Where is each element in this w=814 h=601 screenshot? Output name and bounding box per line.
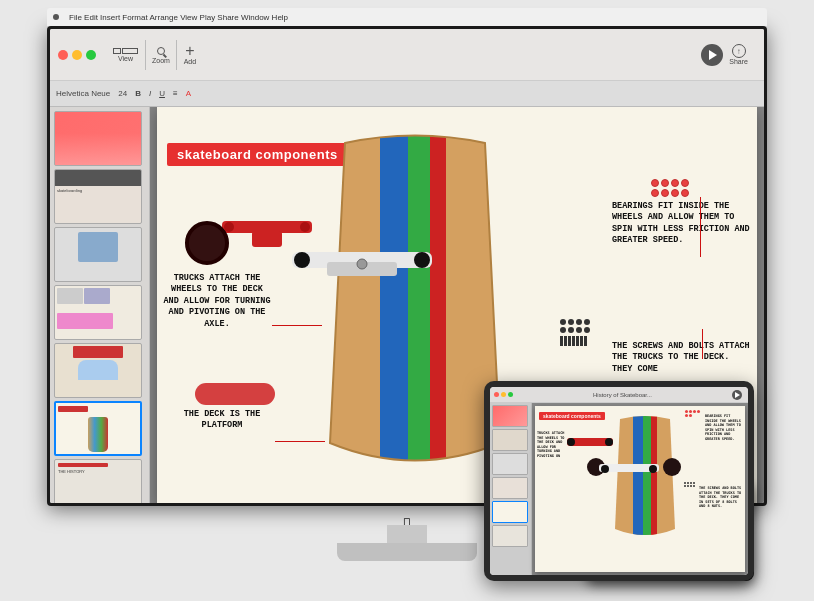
add-button[interactable]: + Add (179, 42, 201, 67)
ipad-bdot-2 (689, 410, 692, 413)
bearings-annotation: BEARINGS FIT INSIDE THE WHEELS AND ALLOW… (612, 201, 752, 247)
ipad-bdot-4 (697, 410, 700, 413)
bolt-2 (564, 336, 567, 346)
format-italic[interactable]: I (149, 89, 151, 98)
bearing-dot-1 (651, 179, 659, 187)
ipad-maximize[interactable] (508, 392, 513, 397)
ipad-thumb-1[interactable] (492, 405, 528, 427)
ipad-bdot-3 (693, 410, 696, 413)
slide-thumb-1[interactable] (54, 111, 142, 166)
ipad-slide-title: skateboard components (539, 412, 605, 420)
format-font[interactable]: Helvetica Neue (56, 89, 110, 98)
ipad-thumb-5[interactable] (492, 501, 528, 523)
slide-panel: skateboarding (50, 107, 150, 503)
bolt-7 (584, 336, 587, 346)
ipad-title: History of Skateboar... (515, 392, 730, 398)
ipad-play-button[interactable] (732, 390, 742, 400)
screws-annotation: THE SCREWS AND BOLTS ATTACH THE TRUCKS T… (612, 341, 752, 375)
trucks-h-line (272, 325, 322, 326)
ipad-thumb-2[interactable] (492, 429, 528, 451)
slide-thumb-4[interactable] (54, 285, 142, 340)
ipad-thumb-panel (490, 403, 532, 575)
screw-dot-8 (584, 327, 590, 333)
ipad-bdot-5 (685, 414, 688, 417)
ipad-sdot-1 (684, 482, 686, 484)
toolbar-divider (145, 40, 146, 70)
ipad-sdot-6 (687, 485, 689, 487)
bearing-dot-8 (681, 189, 689, 197)
bearing-dot-6 (661, 189, 669, 197)
zoom-label: Zoom (152, 57, 170, 64)
ipad-slide: skateboard components TRUCKS ATTACH THE … (535, 406, 745, 572)
zoom-button[interactable]: Zoom (148, 44, 174, 66)
keynote-toolbar: View Zoom + (50, 29, 764, 81)
ipad-device: History of Skateboar... skateboard (484, 381, 754, 581)
deck-illustration (195, 383, 275, 405)
bolt-6 (580, 336, 583, 346)
ipad-screw-dots (684, 482, 695, 487)
play-button[interactable] (701, 44, 723, 66)
ipad-screws-text: THE SCREWS AND BOLTS ATTACH THE TRUCKS T… (699, 486, 743, 509)
bearing-dot-7 (671, 189, 679, 197)
format-bar: Helvetica Neue 24 B I U ≡ A (50, 81, 764, 107)
screw-dot-7 (576, 327, 582, 333)
imac-stand-neck (387, 525, 427, 543)
wheel-left-front (185, 221, 229, 265)
trucks-annotation: TRUCKS ATTACH THE WHEELS TO THE DECK AND… (162, 273, 272, 330)
ipad-thumb-4[interactable] (492, 477, 528, 499)
screw-dot-6 (568, 327, 574, 333)
bearing-dots (651, 179, 695, 197)
menu-bar-text: File Edit Insert Format Arrange View Pla… (69, 13, 288, 22)
trucks-connector (277, 317, 278, 319)
slide-thumb-6[interactable] (54, 401, 142, 456)
ipad-wheel-r (663, 458, 681, 476)
minimize-button[interactable] (72, 50, 82, 60)
screw-dots (560, 319, 590, 346)
bolt-4 (572, 336, 575, 346)
bolt-3 (568, 336, 571, 346)
close-button[interactable] (58, 50, 68, 60)
ipad-sdot-4 (693, 482, 695, 484)
screw-dot-1 (560, 319, 566, 325)
svg-point-10 (294, 252, 310, 268)
format-color[interactable]: A (186, 89, 191, 98)
ipad-body: skateboard components TRUCKS ATTACH THE … (490, 403, 748, 575)
ipad-minimize[interactable] (501, 392, 506, 397)
ipad-close[interactable] (494, 392, 499, 397)
truck-on-deck (287, 240, 437, 280)
format-align[interactable]: ≡ (173, 89, 178, 98)
bearing-dot-2 (661, 179, 669, 187)
svg-point-22 (649, 465, 657, 473)
ipad-thumb-3[interactable] (492, 453, 528, 475)
ipad-sdot-7 (690, 485, 692, 487)
screw-dot-3 (576, 319, 582, 325)
format-underline[interactable]: U (159, 89, 165, 98)
slide-thumb-2[interactable]: skateboarding (54, 169, 142, 224)
format-bold[interactable]: B (135, 89, 141, 98)
ipad-canvas: skateboard components TRUCKS ATTACH THE … (532, 403, 748, 575)
slide-thumb-7[interactable]: THE HISTORY (54, 459, 142, 503)
ipad-bearing-dots (685, 410, 701, 417)
svg-rect-7 (430, 123, 446, 493)
svg-point-12 (357, 259, 367, 269)
ipad-bearings-text: BEARINGS FIT INSIDE THE WHEELS AND ALLOW… (705, 414, 743, 441)
ipad-truck-on-deck (597, 462, 661, 476)
slide-thumb-5[interactable] (54, 343, 142, 398)
maximize-button[interactable] (86, 50, 96, 60)
deck-annotation: THE DECK IS THE PLATFORM (162, 409, 282, 432)
bearing-dot-5 (651, 189, 659, 197)
deck-h-line (275, 441, 325, 442)
view-button[interactable]: View (108, 46, 143, 64)
ipad-sdot-8 (693, 485, 695, 487)
ipad-bdot-6 (689, 414, 692, 417)
format-size[interactable]: 24 (118, 89, 127, 98)
view-label: View (118, 55, 133, 62)
svg-rect-5 (380, 123, 408, 493)
ipad-sdot-5 (684, 485, 686, 487)
ipad-thumb-6[interactable] (492, 525, 528, 547)
share-button[interactable]: ↑ Share (729, 44, 748, 65)
svg-point-11 (414, 252, 430, 268)
menu-bar: File Edit Insert Format Arrange View Pla… (47, 8, 767, 26)
slide-thumb-3[interactable] (54, 227, 142, 282)
share-label: Share (729, 58, 748, 65)
